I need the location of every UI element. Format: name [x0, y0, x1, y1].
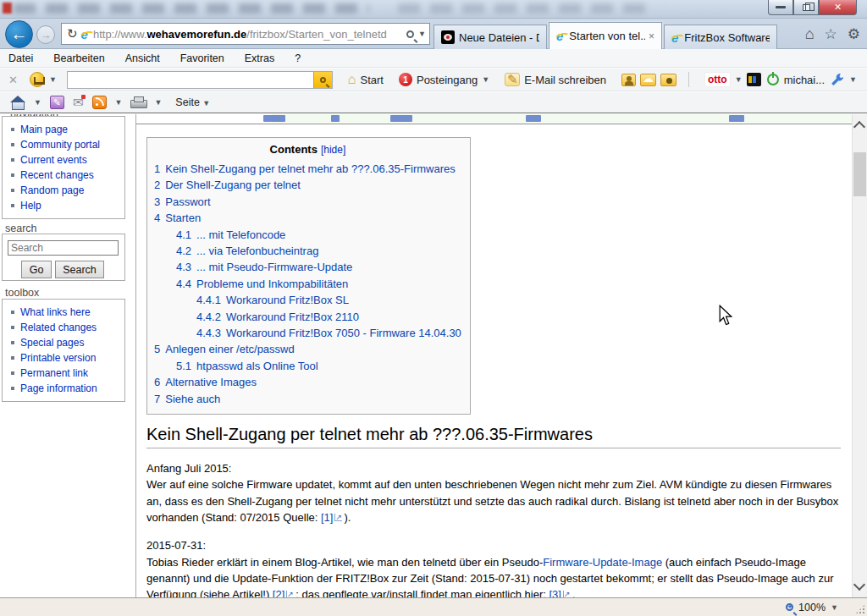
- back-button[interactable]: ←: [5, 20, 33, 48]
- chevron-down-icon[interactable]: ▼: [418, 30, 426, 38]
- reference-link-3[interactable]: [3]: [549, 588, 561, 597]
- sidebar-link[interactable]: Related changes: [20, 322, 97, 333]
- close-button[interactable]: ✕: [819, 0, 857, 15]
- forward-button[interactable]: →: [36, 25, 55, 44]
- toolbar-logo-icon[interactable]: [30, 72, 45, 87]
- page-menu-label: Seite: [175, 96, 200, 108]
- contacts-icon[interactable]: [621, 74, 636, 86]
- chevron-down-icon[interactable]: ▼: [115, 98, 123, 107]
- scroll-down-icon[interactable]: [855, 582, 864, 591]
- chevron-down-icon[interactable]: ▼: [154, 98, 162, 107]
- sidebar-link[interactable]: Main page: [20, 124, 68, 135]
- toc-link[interactable]: 4.3... mit Pseudo-Firmware-Update: [176, 261, 352, 273]
- sidebar-link[interactable]: Community portal: [20, 139, 100, 151]
- sidebar-link[interactable]: What links here: [20, 306, 91, 318]
- reference-link-1[interactable]: [1]: [321, 511, 333, 524]
- settings-wrench-icon[interactable]: [830, 73, 844, 87]
- minimize-button[interactable]: [768, 0, 793, 15]
- print-icon[interactable]: [130, 96, 146, 108]
- toc-link[interactable]: 4.1... mit Telefoncode: [176, 228, 285, 241]
- tab-starten-von-telnetd[interactable]: e Starten von tel... ×: [549, 22, 662, 49]
- menu-item[interactable]: Extras: [245, 52, 274, 64]
- inbox-button[interactable]: 1 Posteingang ▼: [399, 73, 489, 86]
- home-icon[interactable]: [10, 96, 25, 109]
- user-label[interactable]: michai...: [784, 74, 825, 86]
- tab-fritzbox-software[interactable]: e FritzBox Software ...: [664, 25, 777, 49]
- firmware-update-image-link[interactable]: Firmware-Update-Image: [543, 556, 662, 569]
- cloud-icon[interactable]: [640, 74, 656, 86]
- wiki-sidebar: navigation Main pageCommunity portalCurr…: [0, 114, 135, 597]
- toc-link[interactable]: 4.4.1Workaround Fritz!Box SL: [196, 294, 349, 306]
- refresh-icon[interactable]: ↻: [67, 26, 78, 41]
- chevron-down-icon[interactable]: ▼: [34, 98, 41, 107]
- menu-item[interactable]: Bearbeiten: [53, 52, 104, 64]
- sidebar-link[interactable]: Special pages: [20, 337, 84, 349]
- toc-link[interactable]: 5Anlegen einer /etc/passwd: [154, 343, 295, 355]
- toc-link[interactable]: 4.4.3Workaround Fritz!Box 7050 - Firmwar…: [196, 327, 461, 339]
- window-title-redacted: [14, 3, 369, 14]
- chevron-down-icon[interactable]: ▼: [49, 75, 57, 84]
- list-item: Printable version: [8, 350, 124, 366]
- title-bar[interactable]: ✕: [0, 0, 867, 19]
- menu-item[interactable]: ?: [295, 52, 301, 64]
- toc-link[interactable]: 4.4.2Workaround Fritz!Box 2110: [196, 311, 359, 323]
- home-icon[interactable]: ⌂: [805, 25, 815, 43]
- sidebar-link[interactable]: Permanent link: [20, 367, 88, 379]
- scrollbar-thumb[interactable]: [853, 152, 866, 196]
- menu-item[interactable]: Favoriten: [180, 52, 224, 64]
- toc-link[interactable]: 1Kein Shell-Zugang per telnet mehr ab ??…: [154, 162, 456, 175]
- reference-link-2[interactable]: [2]: [273, 588, 284, 597]
- menu-item[interactable]: Datei: [8, 52, 33, 64]
- vertical-scrollbar[interactable]: [852, 114, 867, 597]
- toc-link[interactable]: 6Alternative Images: [154, 376, 257, 388]
- toolbar-search-button[interactable]: [313, 72, 332, 88]
- sidebar-link[interactable]: Recent changes: [20, 169, 94, 181]
- start-button[interactable]: ⌂ Start: [348, 72, 384, 87]
- chevron-down-icon[interactable]: ▼: [849, 75, 857, 84]
- toc-link[interactable]: 4.4Probleme und Inkompabilitäten: [176, 278, 348, 290]
- toolbar-close-icon[interactable]: ✕: [8, 74, 18, 86]
- favorites-star-icon[interactable]: ☆: [825, 25, 837, 43]
- logout-power-icon[interactable]: [767, 74, 779, 85]
- toc-link[interactable]: 2Der Shell-Zugang per telnet: [154, 179, 301, 191]
- list-item: Permanent link: [8, 366, 124, 381]
- paragraph-text: ).: [344, 511, 351, 524]
- toc-link[interactable]: 3Passwort: [154, 195, 211, 208]
- tools-gear-icon[interactable]: ⚙: [848, 25, 860, 43]
- sidebar-link[interactable]: Current events: [20, 154, 87, 166]
- toc-hide-link[interactable]: [hide]: [321, 144, 345, 156]
- edit-save-icon[interactable]: ✎: [50, 96, 64, 109]
- page-menu-button[interactable]: Seite ▼: [175, 96, 210, 108]
- toc-link[interactable]: 5.1htpasswd als Online Tool: [176, 360, 318, 372]
- toc-link[interactable]: 7Siehe auch: [154, 393, 220, 405]
- otto-button[interactable]: otto ▼: [704, 72, 761, 87]
- menu-item[interactable]: Ansicht: [125, 52, 160, 64]
- address-bar[interactable]: ↻ e http://www.wehavemorefun.de/fritzbox…: [61, 23, 430, 45]
- resize-grip[interactable]: [855, 604, 865, 614]
- toc-link[interactable]: 4Starten: [154, 212, 201, 224]
- sidebar-link[interactable]: Printable version: [20, 352, 96, 364]
- url-text[interactable]: http://www.wehavemorefun.de/fritzbox/Sta…: [93, 28, 387, 41]
- sidebar-link[interactable]: Random page: [20, 184, 84, 196]
- email-icon[interactable]: ✉: [73, 95, 84, 110]
- zoom-control[interactable]: 100% ▼: [786, 602, 838, 613]
- wiki-search-input[interactable]: [8, 240, 119, 256]
- search-icon[interactable]: [406, 30, 414, 38]
- chevron-down-icon[interactable]: ▼: [735, 75, 743, 84]
- go-button[interactable]: Go: [21, 261, 52, 278]
- rss-feed-icon[interactable]: [92, 96, 107, 109]
- restore-button[interactable]: [793, 0, 819, 15]
- toc-link[interactable]: 4.2... via Telefonbucheintrag: [176, 245, 318, 257]
- tab-neue-dateien[interactable]: Neue Dateien - Do...: [434, 25, 547, 49]
- camera-icon[interactable]: [660, 74, 676, 86]
- chevron-down-icon[interactable]: ▼: [482, 75, 489, 84]
- search-button[interactable]: Search: [55, 261, 104, 278]
- toolbar-search-input[interactable]: [68, 73, 313, 87]
- tab-close-icon[interactable]: ×: [649, 30, 654, 42]
- scroll-up-icon[interactable]: [855, 121, 864, 129]
- sidebar-link[interactable]: Help: [20, 200, 41, 212]
- shopping-bag-icon[interactable]: [747, 73, 761, 86]
- compose-email-button[interactable]: ✎ E-Mail schreiben: [505, 73, 606, 86]
- sidebar-link[interactable]: Page information: [20, 382, 97, 394]
- chevron-down-icon[interactable]: ▼: [831, 603, 838, 612]
